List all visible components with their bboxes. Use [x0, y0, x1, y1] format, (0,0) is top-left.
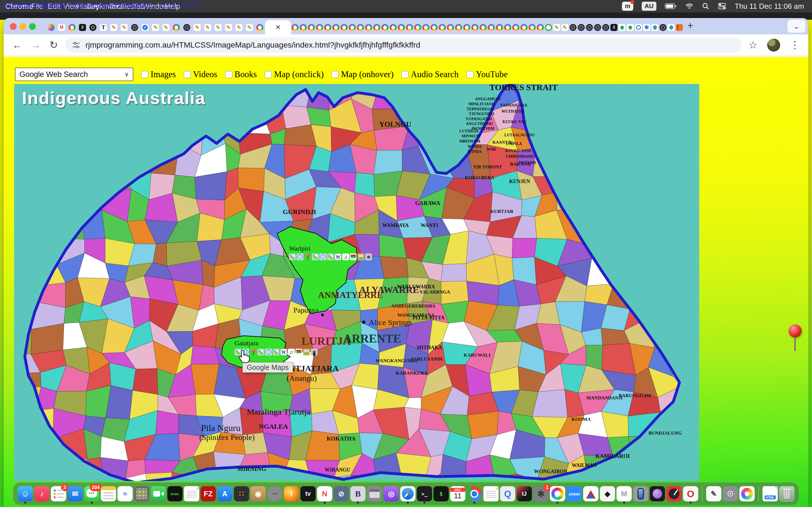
music-icon[interactable] [288, 349, 295, 355]
checkbox-input[interactable] [225, 71, 232, 78]
map-icon[interactable] [289, 253, 296, 260]
browser-tab-google[interactable] [332, 20, 340, 34]
dock-item-markup-app[interactable]: ✎ [706, 486, 721, 501]
checkbox-input[interactable] [184, 71, 191, 78]
checkbox-audio-search[interactable]: Audio Search [402, 69, 459, 79]
browser-tab-pencil[interactable] [244, 20, 255, 34]
photo-icon[interactable] [357, 253, 364, 260]
globe-icon[interactable] [265, 349, 272, 355]
browser-tab-google[interactable] [414, 20, 422, 34]
dock-item-filezilla[interactable]: FZ [201, 486, 216, 501]
dock-item-photos[interactable] [740, 486, 755, 501]
browser-tab-google[interactable] [463, 20, 471, 34]
checkbox-map-onhover-[interactable]: Map (onhover) [332, 69, 394, 79]
browser-tab-pencil[interactable] [561, 20, 569, 34]
browser-tab-google[interactable] [536, 20, 545, 34]
browser-tab-google[interactable] [471, 20, 479, 34]
browser-tab-google[interactable] [528, 20, 536, 34]
browser-tab-google[interactable] [455, 20, 463, 34]
browser-tab-pencil[interactable] [109, 20, 119, 34]
checkbox-images[interactable]: Images [141, 69, 176, 79]
map-image[interactable]: TORRES STRAITYOLNGUGURINDJIGARAWAWAMBAYA… [14, 84, 699, 481]
dock-item-inkscape[interactable]: ◆ [600, 486, 615, 501]
bookmark-star-icon[interactable]: ☆ [749, 39, 758, 51]
browser-tab-dark[interactable] [569, 20, 577, 34]
dock-item-finder[interactable] [18, 486, 33, 501]
dock-item-mail[interactable]: ✉ [68, 486, 83, 501]
browser-tab-clock[interactable] [635, 20, 643, 34]
dock-item-character-app[interactable] [267, 486, 283, 501]
browser-tab-gear[interactable] [643, 20, 651, 34]
dock-item-music[interactable]: ♪ [35, 486, 50, 501]
browser-tab-book[interactable] [675, 20, 683, 34]
minimize-window-button[interactable] [19, 23, 26, 30]
browser-tab-google[interactable] [348, 20, 356, 34]
dock-item-art-app[interactable] [550, 486, 565, 501]
browser-tab-google[interactable] [340, 20, 348, 34]
browser-tab-pinwheel[interactable] [46, 20, 56, 34]
browser-tab-gmail[interactable] [56, 20, 67, 34]
fullscreen-window-button[interactable] [29, 23, 36, 30]
browser-tab-pencil[interactable] [192, 20, 202, 34]
browser-tab-pencil[interactable] [553, 20, 561, 34]
browser-tab-google[interactable] [307, 20, 315, 34]
browser-tab-mapspin[interactable] [667, 20, 675, 34]
dock-item-blocked-app[interactable]: ⊘ [334, 486, 349, 501]
map-icon[interactable] [327, 253, 334, 260]
browser-tab-s[interactable] [77, 20, 88, 34]
dock-item-launchpad[interactable] [134, 486, 149, 501]
dock-item-textedit[interactable] [184, 486, 199, 501]
browser-tab-mapspin[interactable] [651, 20, 659, 34]
dock-item-reminders[interactable]: 3 [51, 486, 66, 501]
browser-tab-pencil[interactable] [213, 20, 223, 34]
browser-tab-google[interactable] [446, 20, 455, 34]
dock-item-notes[interactable] [101, 486, 116, 501]
pin-icon[interactable] [250, 349, 257, 355]
dock-item-chrome[interactable] [467, 486, 482, 501]
browser-tab-google[interactable] [430, 20, 438, 34]
site-settings-icon[interactable] [72, 41, 80, 49]
dock-item-safari[interactable] [400, 486, 416, 501]
dock-item-terminal[interactable]: >_ [417, 486, 432, 501]
browser-tab-pencil[interactable] [234, 20, 244, 34]
dock-item-drawing-app[interactable]: ≈ [117, 486, 133, 501]
close-window-button[interactable] [10, 23, 17, 30]
page-title-overlay-link[interactable]: Australian Indigenous Language Google In… [3, 1, 197, 8]
dock-item-quicktime[interactable]: Q [500, 486, 515, 501]
dock-item-intellij[interactable]: IJ [517, 486, 532, 501]
dock-item-modeling-app[interactable]: M [617, 486, 632, 501]
browser-tab-pin[interactable] [618, 20, 626, 34]
browser-tab-google[interactable] [422, 20, 430, 34]
dock-item-script-terminal[interactable]: exec [167, 486, 183, 501]
books-icon[interactable] [350, 253, 357, 260]
browser-tab-dark[interactable] [602, 20, 610, 34]
browser-tab-google[interactable] [512, 20, 520, 34]
browser-tab-pencil[interactable] [202, 20, 213, 34]
dock-item-trash[interactable] [779, 486, 795, 501]
dock-item-firefox[interactable]: f [284, 486, 299, 501]
dock-item-dial-app[interactable] [666, 486, 682, 501]
browser-tab-google[interactable] [364, 20, 373, 34]
profile-avatar[interactable] [767, 39, 780, 52]
checkbox-input[interactable] [141, 71, 148, 78]
reload-button[interactable]: ↻ [49, 39, 58, 51]
back-button[interactable]: ← [12, 39, 22, 51]
browser-menu-icon[interactable]: ⋮ [790, 39, 800, 51]
browser-tab-google[interactable] [504, 20, 512, 34]
dock-item-opera[interactable]: O [683, 486, 698, 501]
browser-tab-google[interactable] [405, 20, 414, 34]
browser-tab-s[interactable] [610, 20, 618, 34]
browser-tab-dark[interactable] [659, 20, 667, 34]
browser-tab-check[interactable] [140, 20, 150, 34]
checkbox-videos[interactable]: Videos [184, 69, 217, 79]
browser-tab-google[interactable] [171, 20, 182, 34]
search-type-select[interactable]: Google Web Search∨ [15, 68, 133, 81]
browser-tab-google[interactable] [315, 20, 324, 34]
checkbox-books[interactable]: Books [225, 69, 257, 79]
map-icon[interactable] [257, 349, 264, 355]
wikipedia-icon[interactable] [335, 253, 342, 260]
browser-tab-cam[interactable] [88, 20, 98, 34]
new-tab-button[interactable]: + [688, 20, 693, 32]
map-icon[interactable] [312, 253, 319, 260]
photo-icon[interactable] [303, 349, 310, 355]
